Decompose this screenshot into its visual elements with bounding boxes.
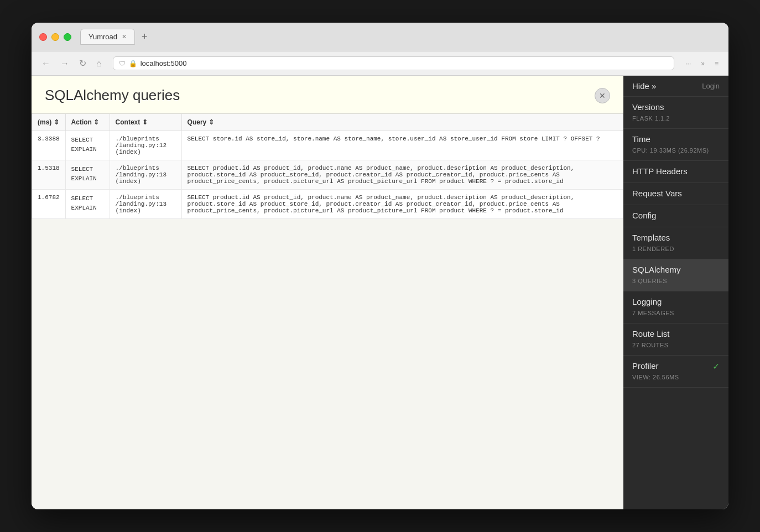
forward-button[interactable]: → [57, 56, 72, 71]
sidebar-items: VersionsFlask 1.1.2TimeCPU: 19.33ms (26.… [623, 97, 728, 388]
col-ms[interactable]: (ms) ⇕ [32, 114, 66, 131]
sidebar-item-title: HTTP Headers [632, 166, 688, 176]
sidebar-item-title: SQLAlchemy [632, 265, 681, 274]
shield-icon: 🛡 [119, 60, 126, 67]
cell-context: ./blueprints /landing.py:12 (index) [110, 131, 181, 160]
cell-ms: 1.6782 [32, 190, 66, 219]
cell-context: ./blueprints /landing.py:13 (index) [110, 160, 181, 190]
cell-query: SELECT product.id AS product_id, product… [181, 160, 623, 190]
sidebar-item-sqlalchemy[interactable]: SQLAlchemy3 QUERIES [623, 259, 728, 291]
cell-action: SELECTEXPLAIN [65, 160, 110, 190]
back-button[interactable]: ← [38, 56, 54, 71]
navbar: ← → ↻ ⌂ 🛡 🔒 localhost:5000 ··· » ≡ [32, 51, 728, 76]
sidebar-item-title: Time [632, 134, 650, 144]
browser-tab[interactable]: Yumroad ✕ [80, 29, 135, 45]
col-query[interactable]: Query ⇕ [181, 114, 623, 131]
home-button[interactable]: ⌂ [93, 56, 105, 71]
lock-icon: 🔒 [129, 60, 137, 67]
sidebar-item-request-vars[interactable]: Request Vars [623, 183, 728, 205]
table-body: 3.3388SELECTEXPLAIN./blueprints /landing… [32, 131, 623, 219]
cell-action: SELECTEXPLAIN [65, 190, 110, 219]
tab-bar: Yumroad ✕ + [80, 29, 152, 45]
sidebar-item-title: Logging [632, 297, 662, 306]
cell-context: ./blueprints /landing.py:13 (index) [110, 190, 181, 219]
sidebar-item-title: Route List [632, 329, 670, 338]
sidebar-item-title: Versions [632, 102, 664, 112]
close-window-btn[interactable] [39, 33, 47, 41]
sidebar-item-time[interactable]: TimeCPU: 19.33ms (26.92ms) [623, 129, 728, 161]
new-tab-button[interactable]: + [137, 29, 152, 45]
sidebar-item-sub: 7 MESSAGES [632, 310, 674, 316]
sidebar-item-sub: CPU: 19.33ms (26.92ms) [632, 147, 709, 154]
table-row: 3.3388SELECTEXPLAIN./blueprints /landing… [32, 131, 623, 160]
panel-header: SQLAlchemy queries ✕ [32, 76, 623, 113]
sidebar-item-title: Profiler [632, 361, 659, 371]
content-area: SQLAlchemy queries ✕ (ms) ⇕ Action ⇕ [32, 76, 728, 509]
traffic-lights [39, 33, 71, 41]
tab-title: Yumroad [89, 33, 117, 41]
sidebar-item-versions[interactable]: VersionsFlask 1.1.2 [623, 97, 728, 129]
sidebar-item-profiler[interactable]: Profiler✓View: 26.56ms [623, 356, 728, 388]
col-action[interactable]: Action ⇕ [65, 114, 110, 131]
table-row: 1.5318SELECTEXPLAIN./blueprints /landing… [32, 160, 623, 190]
sidebar-item-title: Config [632, 211, 656, 220]
hide-label: Hide » [632, 81, 656, 91]
queries-table: (ms) ⇕ Action ⇕ Context ⇕ Query ⇕ [32, 113, 623, 219]
sidebar-item-sub: View: 26.56ms [632, 374, 679, 380]
table-row: 1.6782SELECTEXPLAIN./blueprints /landing… [32, 190, 623, 219]
more-options-button[interactable]: ··· [682, 58, 694, 70]
main-panel: SQLAlchemy queries ✕ (ms) ⇕ Action ⇕ [32, 76, 623, 509]
browser-window: Yumroad ✕ + ← → ↻ ⌂ 🛡 🔒 localhost:5000 ·… [32, 23, 728, 509]
cell-action: SELECTEXPLAIN [65, 131, 110, 160]
profiler-check-icon: ✓ [712, 361, 720, 372]
cell-query: SELECT product.id AS product_id, product… [181, 190, 623, 219]
sidebar-item-route-list[interactable]: Route List27 ROUTES [623, 324, 728, 356]
sidebar-item-templates[interactable]: Templates1 RENDERED [623, 227, 728, 259]
sidebar-item-sub: 27 ROUTES [632, 342, 669, 348]
sidebar-item-title: Templates [632, 233, 670, 242]
maximize-window-btn[interactable] [64, 33, 71, 41]
sidebar-item-logging[interactable]: Logging7 MESSAGES [623, 291, 728, 324]
hide-sidebar-button[interactable]: Hide » Login [623, 76, 728, 97]
login-link[interactable]: Login [702, 82, 720, 90]
cell-query: SELECT store.id AS store_id, store.name … [181, 131, 623, 160]
minimize-window-btn[interactable] [51, 33, 59, 41]
cell-ms: 1.5318 [32, 160, 66, 190]
sidebar-item-title: Request Vars [632, 189, 682, 198]
sidebar-item-config[interactable]: Config [623, 205, 728, 227]
refresh-button[interactable]: ↻ [76, 56, 90, 71]
col-context[interactable]: Context ⇕ [110, 114, 181, 131]
url-text: localhost:5000 [140, 59, 669, 67]
address-bar[interactable]: 🛡 🔒 localhost:5000 [113, 56, 675, 70]
panel-title: SQLAlchemy queries [45, 87, 180, 104]
sidebar: Hide » Login VersionsFlask 1.1.2TimeCPU:… [623, 76, 728, 509]
extensions-button[interactable]: » [697, 58, 708, 70]
table-header-row: (ms) ⇕ Action ⇕ Context ⇕ Query ⇕ [32, 114, 623, 131]
sidebar-item-sub: 3 QUERIES [632, 278, 667, 284]
panel-close-button[interactable]: ✕ [595, 88, 610, 103]
sidebar-item-http-headers[interactable]: HTTP Headers [623, 161, 728, 183]
sidebar-item-sub: Flask 1.1.2 [632, 115, 670, 122]
cell-ms: 3.3388 [32, 131, 66, 160]
tab-close-icon[interactable]: ✕ [122, 33, 127, 40]
titlebar: Yumroad ✕ + [32, 23, 728, 51]
menu-button[interactable]: ≡ [711, 58, 722, 70]
close-icon: ✕ [599, 91, 606, 100]
sidebar-item-sub: 1 RENDERED [632, 246, 674, 252]
